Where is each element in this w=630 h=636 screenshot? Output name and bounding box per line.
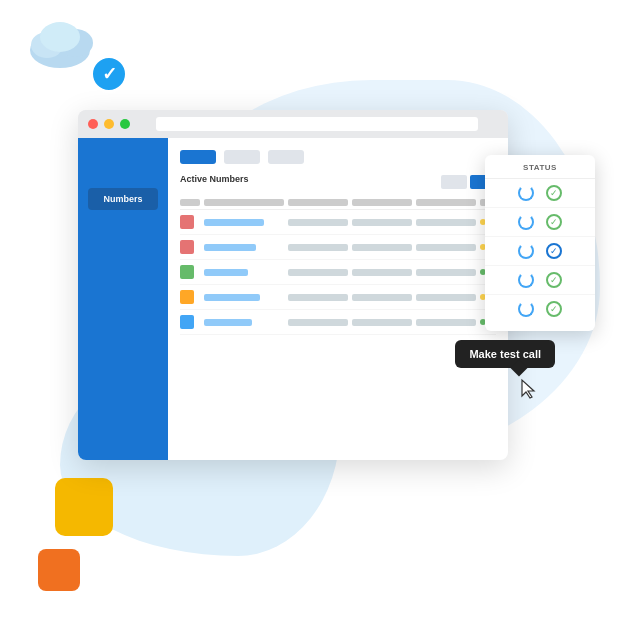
- row-number: [204, 294, 260, 301]
- status-row: ✓: [485, 266, 595, 295]
- row-number: [204, 244, 256, 251]
- row-col3: [416, 244, 476, 251]
- table-row: [180, 260, 496, 285]
- row-col2: [352, 319, 412, 326]
- row-icon: [180, 240, 194, 254]
- row-col1: [288, 294, 348, 301]
- svg-point-3: [40, 22, 80, 52]
- svg-marker-4: [522, 380, 534, 398]
- yellow-square-decoration: [55, 478, 113, 536]
- sidebar-item-numbers[interactable]: Numbers: [88, 188, 158, 210]
- table-row: [180, 285, 496, 310]
- row-col1: [288, 219, 348, 226]
- col-header-2: [204, 199, 284, 206]
- status-row-highlighted: ✓: [485, 237, 595, 266]
- section-header: Active Numbers: [180, 174, 496, 190]
- check-icon[interactable]: ✓: [546, 301, 562, 317]
- row-col3: [416, 294, 476, 301]
- status-panel-header: STATUS: [485, 163, 595, 179]
- refresh-icon[interactable]: [518, 272, 534, 288]
- table-row: [180, 310, 496, 335]
- status-row: ✓: [485, 295, 595, 323]
- status-row: ✓: [485, 179, 595, 208]
- row-number: [204, 269, 248, 276]
- col-header-4: [352, 199, 412, 206]
- browser-body: Numbers Active Numbers: [78, 138, 508, 460]
- row-col2: [352, 244, 412, 251]
- refresh-icon[interactable]: [518, 243, 534, 259]
- col-header-3: [288, 199, 348, 206]
- row-number: [204, 319, 252, 326]
- cursor-pointer: [520, 378, 540, 398]
- address-bar[interactable]: [156, 117, 478, 131]
- content-area: Active Numbers: [168, 138, 508, 460]
- refresh-icon[interactable]: [518, 301, 534, 317]
- row-col3: [416, 269, 476, 276]
- toolbar-button-1[interactable]: [180, 150, 216, 164]
- refresh-icon[interactable]: [518, 214, 534, 230]
- check-icon[interactable]: ✓: [546, 214, 562, 230]
- toolbar-button-3[interactable]: [268, 150, 304, 164]
- row-col2: [352, 269, 412, 276]
- window-close-button[interactable]: [88, 119, 98, 129]
- check-circle-icon: [90, 55, 128, 93]
- col-header-1: [180, 199, 200, 206]
- check-icon[interactable]: ✓: [546, 185, 562, 201]
- status-row: ✓: [485, 208, 595, 237]
- check-icon[interactable]: ✓: [546, 272, 562, 288]
- row-col2: [352, 294, 412, 301]
- refresh-icon[interactable]: [518, 185, 534, 201]
- orange-square-decoration: [38, 549, 80, 591]
- row-icon: [180, 215, 194, 229]
- table-row: [180, 210, 496, 235]
- section-title: Active Numbers: [180, 174, 249, 184]
- row-icon: [180, 315, 194, 329]
- row-col3: [416, 319, 476, 326]
- browser-titlebar: [78, 110, 508, 138]
- window-maximize-button[interactable]: [120, 119, 130, 129]
- check-icon[interactable]: ✓: [546, 243, 562, 259]
- row-icon: [180, 290, 194, 304]
- row-col1: [288, 319, 348, 326]
- col-header-5: [416, 199, 476, 206]
- row-col2: [352, 219, 412, 226]
- make-test-call-tooltip: Make test call: [455, 340, 555, 368]
- toolbar-button-2[interactable]: [224, 150, 260, 164]
- row-col1: [288, 269, 348, 276]
- sidebar: Numbers: [78, 138, 168, 460]
- table-row: [180, 235, 496, 260]
- row-number: [204, 219, 264, 226]
- row-col1: [288, 244, 348, 251]
- row-col3: [416, 219, 476, 226]
- row-icon: [180, 265, 194, 279]
- status-panel: STATUS ✓ ✓ ✓ ✓ ✓: [485, 155, 595, 331]
- content-toolbar: [180, 150, 496, 164]
- window-minimize-button[interactable]: [104, 119, 114, 129]
- browser-window: Numbers Active Numbers: [78, 110, 508, 460]
- view-toggle-list[interactable]: [441, 175, 467, 189]
- table-header: [180, 196, 496, 210]
